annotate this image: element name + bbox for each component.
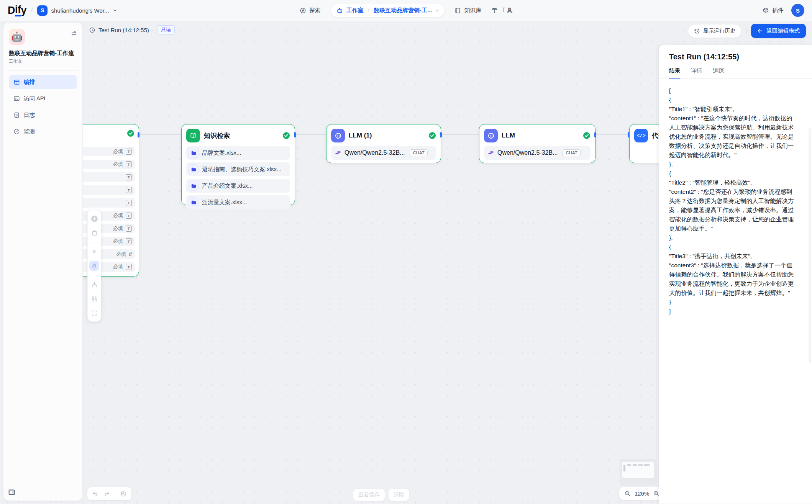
folder-icon <box>189 181 198 191</box>
dify-logo[interactable]: Dify <box>8 5 26 16</box>
minimap[interactable] <box>620 459 656 485</box>
edge-llm1-llm2 <box>441 134 479 135</box>
app-title: 数联互动品牌营销-工作流 <box>9 50 77 57</box>
fit-view-button[interactable] <box>89 308 99 318</box>
cube-icon <box>763 7 769 14</box>
text-type-icon: T <box>126 149 132 155</box>
text-type-icon: T <box>126 200 132 206</box>
dataset-item[interactable]: 泛流量文案.xlsx... <box>186 195 290 209</box>
nav-studio[interactable]: 工作室 <box>346 7 364 14</box>
robot-icon <box>336 7 343 14</box>
app-icon: 🤖 <box>9 29 25 45</box>
result-json-output: [ { "Title1" : "智能引领未来", "content1" : "在… <box>659 79 804 324</box>
pointer-mode-button[interactable] <box>89 247 99 257</box>
document-icon <box>13 112 20 118</box>
workspace-avatar: S <box>37 5 48 16</box>
qwen-model-icon <box>335 150 341 156</box>
app-settings-icon[interactable] <box>71 30 77 36</box>
canvas-tool-palette <box>87 210 101 322</box>
number-type-icon: # <box>129 251 132 257</box>
dataset-item[interactable]: 避坑指南、选购技巧文案.xlsx... <box>186 162 290 176</box>
text-type-icon: T <box>126 213 132 219</box>
add-node-button[interactable] <box>89 214 99 224</box>
port-start-out[interactable] <box>138 132 139 137</box>
clock-icon <box>89 27 95 33</box>
export-image-button[interactable] <box>89 280 99 290</box>
explore-icon <box>300 7 306 14</box>
tab-trace[interactable]: 追踪 <box>713 67 724 78</box>
breadcrumb-app-name[interactable]: 数联互动品牌营销-工... <box>374 7 432 14</box>
view-cache-button[interactable]: 查看缓存 <box>353 489 385 501</box>
llm-icon <box>331 129 345 142</box>
nav-tools[interactable]: 工具 <box>491 7 512 14</box>
port-llm2-out[interactable] <box>594 132 596 137</box>
sidebar-item-monitoring[interactable]: 监测 <box>9 124 77 139</box>
port-code-in[interactable] <box>628 132 630 137</box>
folder-icon <box>189 164 198 174</box>
back-to-editor-button[interactable]: 返回编辑模式 <box>751 24 806 38</box>
node-title: LLM (1) <box>349 132 425 139</box>
arrow-left-icon <box>757 28 763 34</box>
nav-explore[interactable]: 探索 <box>300 7 321 14</box>
panel-tabs: 结果 详情 追踪 <box>659 67 812 79</box>
model-name: Qwen/Qwen2.5-32B... <box>497 149 558 156</box>
run-result-panel: Test Run (14:12:55) 结果 详情 追踪 [ { "Title1… <box>659 44 812 504</box>
edge-knowledge-llm1 <box>295 134 326 135</box>
tab-detail[interactable]: 详情 <box>691 67 702 78</box>
model-name: Qwen/Qwen2.5-32B... <box>344 149 405 156</box>
tab-result[interactable]: 结果 <box>669 67 680 79</box>
gauge-icon <box>13 128 20 135</box>
sidebar-item-orchestrate[interactable]: 编排 <box>9 75 77 89</box>
model-selector[interactable]: Qwen/Qwen2.5-32B... CHAT <box>331 146 436 160</box>
scrollbar[interactable] <box>809 128 811 363</box>
nav-studio-breadcrumb[interactable]: 工作室 / 数联互动品牌营销-工... <box>331 4 445 17</box>
knowledge-retrieval-icon <box>186 129 200 142</box>
node-title: 知识检索 <box>204 131 279 140</box>
sidebar-item-logs[interactable]: 日志 <box>9 108 77 122</box>
sidebar-item-api[interactable]: 访问 API <box>9 91 77 106</box>
dataset-name: 泛流量文案.xlsx... <box>202 199 247 206</box>
redo-button[interactable] <box>103 491 110 497</box>
top-navbar: Dify / S shulianhudong's Wor... 探索 工作室 /… <box>0 0 812 21</box>
hand-mode-button[interactable] <box>89 261 99 271</box>
chevron-down-icon[interactable] <box>435 8 440 13</box>
add-note-button[interactable] <box>89 228 99 238</box>
dataset-item[interactable]: 产品介绍文案.xlsx... <box>186 179 290 193</box>
port-knowledge-out[interactable] <box>294 132 296 137</box>
node-llm-1[interactable]: LLM (1) Qwen/Qwen2.5-32B... CHAT <box>326 124 441 163</box>
zoom-level[interactable]: 126% <box>635 490 649 497</box>
text-type-icon: T <box>126 238 132 244</box>
collapse-sidebar-icon[interactable] <box>8 489 15 496</box>
undo-button[interactable] <box>92 491 98 497</box>
port-llm1-out[interactable] <box>440 132 442 137</box>
organize-blocks-button[interactable] <box>89 294 99 304</box>
history-clock-icon <box>694 28 700 34</box>
user-avatar[interactable]: S <box>791 4 804 17</box>
workspace-selector[interactable]: S shulianhudong's Wor... <box>37 5 117 16</box>
node-llm[interactable]: LLM Qwen/Qwen2.5-32B... CHAT <box>479 124 595 163</box>
chat-badge: CHAT <box>563 149 580 156</box>
folder-icon <box>189 148 198 158</box>
node-title: LLM <box>502 132 579 139</box>
zoom-out-icon[interactable] <box>624 490 631 497</box>
text-type-icon: T <box>126 174 132 180</box>
undo-redo-bar <box>87 487 131 500</box>
show-run-history-button[interactable]: 显示运行历史 <box>688 24 741 38</box>
run-title: Test Run (14:12:55) <box>98 27 149 33</box>
divider <box>115 490 115 497</box>
model-selector[interactable]: Qwen/Qwen2.5-32B... CHAT <box>484 146 591 160</box>
edge-start-knowledge <box>139 134 181 135</box>
workflow-canvas[interactable]: 必填T 必填T T T T 必填T 必填T 必填T 必填# 必填T 知识检索 品… <box>0 0 812 504</box>
success-check-icon <box>127 129 135 137</box>
dataset-item[interactable]: 品牌文案.xlsx... <box>186 146 290 160</box>
orchestrate-icon <box>13 79 20 85</box>
view-history-button[interactable] <box>120 491 127 497</box>
nav-plugins[interactable]: 插件 <box>763 7 784 14</box>
nav-knowledge[interactable]: 知识库 <box>454 7 481 14</box>
node-knowledge-retrieval[interactable]: 知识检索 品牌文案.xlsx... 避坑指南、选购技巧文案.xlsx... 产品… <box>181 124 295 205</box>
llm-icon <box>484 129 498 142</box>
clear-button[interactable]: 清除 <box>389 489 409 501</box>
zoom-control: 126% <box>619 487 664 500</box>
chevron-down-icon <box>113 8 117 13</box>
text-type-icon: T <box>126 264 132 270</box>
